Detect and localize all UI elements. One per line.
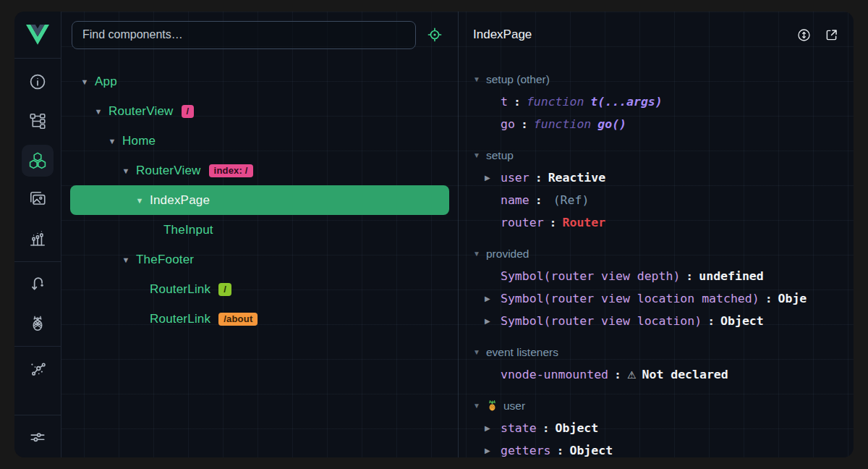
hexagons-icon <box>22 145 54 177</box>
tree-row-routerview[interactable]: ▼RouterView/ <box>70 96 449 126</box>
pineapple-outline-icon <box>28 313 47 334</box>
sidebar-item-assets[interactable] <box>22 180 54 219</box>
state-row: ▶name:(Ref) <box>459 189 854 211</box>
components-panel: ▼App▼RouterView/▼Home▼RouterViewindex: /… <box>61 12 458 457</box>
state-section: ▼provided▶Symbol(router view depth):unde… <box>459 242 854 332</box>
vue-logo <box>14 12 61 59</box>
tree-row-routerlink[interactable]: ▼RouterLink/ <box>70 274 449 304</box>
component-label: TheFooter <box>136 253 194 267</box>
caret-right-icon[interactable]: ▶ <box>485 174 501 182</box>
component-label: RouterLink <box>150 312 210 326</box>
tree-row-thefooter[interactable]: ▼TheFooter <box>70 245 449 274</box>
tree-row-theinput[interactable]: ▼TheInput <box>70 215 449 245</box>
state-value: Reactive <box>548 171 605 185</box>
sidebar-divider <box>14 346 61 347</box>
sidebar-divider <box>14 415 61 415</box>
caret-right-icon[interactable]: ▶ <box>485 295 501 303</box>
component-label: IndexPage <box>150 193 210 208</box>
state-value: go() <box>597 117 626 131</box>
state-key: router <box>501 216 544 229</box>
state-row[interactable]: ▶getters:Object <box>459 439 854 457</box>
caret-down-icon[interactable]: ▼ <box>93 107 104 116</box>
inspector-body: ▼setup (other)▶t:functiont(...args)▶go:f… <box>459 58 854 457</box>
target-icon[interactable] <box>422 22 448 48</box>
route-badge: / <box>182 105 195 118</box>
state-row[interactable]: ▶Symbol(router view location):Object <box>459 310 854 332</box>
caret-down-icon[interactable]: ▼ <box>106 137 118 145</box>
pineapple-icon <box>486 400 498 412</box>
state-key: Symbol(router view depth) <box>501 269 680 283</box>
sidebar-item-router[interactable] <box>22 265 54 304</box>
section-header[interactable]: ▼provided <box>459 242 854 265</box>
section-header[interactable]: ▼user <box>459 394 854 417</box>
function-keyword: function <box>534 117 591 131</box>
section-header[interactable]: ▼event listeners <box>459 341 854 363</box>
state-key: go <box>501 117 515 131</box>
info-icon <box>28 72 47 93</box>
caret-right-icon[interactable]: ▶ <box>485 424 501 432</box>
tree-row-routerlink[interactable]: ▼RouterLink/about <box>70 304 449 334</box>
state-value: Object <box>556 421 599 435</box>
component-label: RouterLink <box>150 282 210 297</box>
caret-down-icon[interactable]: ▼ <box>473 402 486 410</box>
state-row[interactable]: ▶user:Reactive <box>459 166 854 189</box>
caret-down-icon[interactable]: ▼ <box>473 348 486 356</box>
key-value-separator: : <box>557 444 564 457</box>
route-badge: index: / <box>209 164 253 177</box>
state-value: undefined <box>699 269 763 283</box>
sidebar-item-settings[interactable] <box>22 418 54 457</box>
component-label: App <box>95 75 117 89</box>
function-keyword: function <box>527 95 584 109</box>
state-row: ▶vnode-unmounted:⚠Not declared <box>459 363 854 386</box>
state-key: name <box>501 193 529 207</box>
state-key: Symbol(router view location) <box>501 314 702 328</box>
key-value-separator: : <box>686 269 693 283</box>
key-value-separator: : <box>521 117 528 131</box>
state-value: (Ref) <box>553 193 590 207</box>
warning-icon: ⚠ <box>627 369 637 381</box>
tree-row-routerview[interactable]: ▼RouterViewindex: / <box>70 156 449 185</box>
search-input[interactable] <box>72 21 416 49</box>
section-header[interactable]: ▼setup (other) <box>459 68 854 90</box>
sliders-icon <box>28 428 47 449</box>
section-label: event listeners <box>486 346 558 359</box>
key-value-separator: : <box>707 314 715 328</box>
caret-down-icon[interactable]: ▼ <box>473 151 486 159</box>
sidebar-item-timeline[interactable] <box>22 219 54 258</box>
section-label: provided <box>486 248 529 261</box>
sidebar-item-pages[interactable] <box>22 102 54 141</box>
scroll-to-component-icon[interactable] <box>793 24 814 46</box>
state-row[interactable]: ▶Symbol(router view location matched):Ob… <box>459 287 854 310</box>
caret-down-icon[interactable]: ▼ <box>120 255 132 264</box>
key-value-separator: : <box>514 95 521 109</box>
sidebar <box>14 12 61 457</box>
section-header[interactable]: ▼setup <box>459 144 854 166</box>
state-key: t <box>501 95 508 109</box>
caret-right-icon[interactable]: ▶ <box>485 447 501 455</box>
sidebar-item-pinia[interactable] <box>22 304 54 343</box>
state-section: ▼event listeners▶vnode-unmounted:⚠Not de… <box>459 341 854 386</box>
sidebar-item-graph[interactable] <box>22 350 54 389</box>
caret-down-icon[interactable]: ▼ <box>473 75 486 83</box>
open-in-editor-icon[interactable] <box>820 24 842 46</box>
state-row[interactable]: ▶state:Object <box>459 417 854 439</box>
tree-icon <box>28 111 47 132</box>
caret-right-icon[interactable]: ▶ <box>485 317 501 325</box>
sidebar-divider <box>14 261 61 262</box>
inspector-panel: IndexPage ▼setup (other)▶t:functiont(...… <box>458 12 854 457</box>
sidebar-item-components[interactable] <box>22 141 54 180</box>
component-label: Home <box>122 134 156 148</box>
tree-row-home[interactable]: ▼Home <box>70 126 449 156</box>
tree-row-indexpage[interactable]: ▼IndexPage <box>70 185 449 215</box>
state-value: Object <box>720 314 764 328</box>
state-key: getters <box>501 444 551 457</box>
caret-down-icon[interactable]: ▼ <box>473 250 486 258</box>
caret-down-icon[interactable]: ▼ <box>120 166 132 175</box>
component-label: TheInput <box>163 223 213 237</box>
key-value-separator: : <box>535 171 542 185</box>
tree-row-app[interactable]: ▼App <box>70 67 449 96</box>
state-value: Not declared <box>642 368 728 381</box>
sidebar-item-overview[interactable] <box>22 63 54 102</box>
caret-down-icon[interactable]: ▼ <box>134 196 145 205</box>
caret-down-icon[interactable]: ▼ <box>79 77 90 86</box>
